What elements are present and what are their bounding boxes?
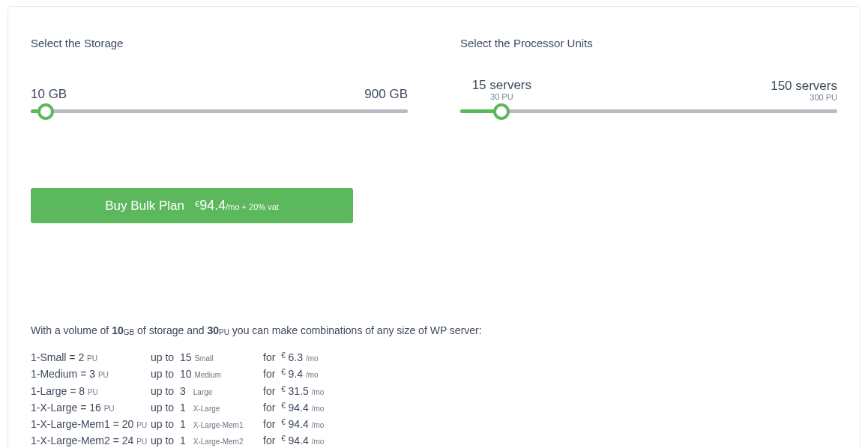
summary-suffix: you can make combinations of any size of… [229, 324, 482, 336]
summary-storage-amount: 10 [112, 324, 124, 336]
storage-max-label: 900 GB [364, 87, 408, 102]
processor-slider[interactable] [460, 109, 837, 113]
combo-upto: up to 1 X-Large [151, 400, 263, 415]
combo-upto: up to 15 Small [151, 350, 263, 365]
processor-slider-handle[interactable] [493, 103, 510, 120]
combo-price: for € 9.4 /mo [263, 366, 346, 381]
combo-name: 1-Medium = 3 PU [31, 366, 151, 381]
pricing-card: Select the Storage 10 GB 900 GB Select t… [7, 6, 861, 448]
combo-name: 1-X-Large-Mem2 = 24 PU [31, 433, 151, 448]
summary-pu-unit: PU [219, 328, 229, 336]
buy-button-amount: 94.4 [199, 198, 226, 214]
combo-upto: up to 3 Large [151, 384, 263, 399]
processor-current-stack: 15 servers 30 PU [501, 79, 837, 102]
summary-mid1: of storage and [134, 324, 207, 336]
combo-upto: up to 1 X-Large-Mem1 [151, 417, 263, 432]
combo-upto: up to 10 Medium [151, 366, 263, 381]
combo-name: 1-Small = 2 PU [31, 350, 151, 365]
combo-name: 1-X-Large = 16 PU [31, 400, 151, 415]
storage-min-label: 10 GB [31, 87, 67, 102]
combo-price: for € 94.4 /mo [263, 400, 346, 415]
storage-slider-head: 10 GB 900 GB [31, 79, 408, 102]
summary-pu-amount: 30 [207, 324, 219, 336]
combos-grid: 1-Small = 2 PUup to 15 Smallfor € 6.3 /m… [31, 350, 837, 448]
combo-name: 1-X-Large-Mem1 = 20 PU [31, 417, 151, 432]
combo-price: for € 94.4 /mo [263, 417, 346, 432]
combo-upto: up to 1 X-Large-Mem2 [151, 433, 263, 448]
storage-slider[interactable] [31, 109, 408, 113]
processor-label: Select the Processor Units [460, 37, 837, 49]
combo-name: 1-Large = 8 PU [31, 384, 151, 399]
summary-section: With a volume of 10GB of storage and 30P… [31, 324, 837, 448]
buy-bulk-plan-button[interactable]: Buy Bulk Plan € 94.4 /mo + 20% vat [31, 188, 353, 223]
summary-prefix: With a volume of [31, 324, 112, 336]
combo-price: for € 6.3 /mo [263, 350, 346, 365]
buy-button-suffix: /mo + 20% vat [226, 202, 279, 211]
processor-slider-head: 15 servers 30 PU 150 servers 300 PU [460, 79, 837, 102]
processor-current-pu: 30 PU [472, 93, 531, 101]
processor-column: Select the Processor Units 15 servers 30… [460, 37, 837, 113]
storage-slider-handle[interactable] [37, 103, 54, 120]
storage-column: Select the Storage 10 GB 900 GB [31, 37, 408, 113]
summary-storage-unit: GB [124, 328, 134, 336]
processor-current-servers: 15 servers [472, 79, 531, 93]
combo-price: for € 94.4 /mo [263, 433, 346, 448]
buy-button-currency: € [195, 199, 199, 208]
sliders-row: Select the Storage 10 GB 900 GB Select t… [31, 37, 837, 113]
summary-line: With a volume of 10GB of storage and 30P… [31, 324, 837, 336]
combo-price: for € 31.5 /mo [263, 384, 346, 399]
storage-label: Select the Storage [31, 37, 408, 49]
buy-button-title: Buy Bulk Plan [105, 199, 184, 214]
